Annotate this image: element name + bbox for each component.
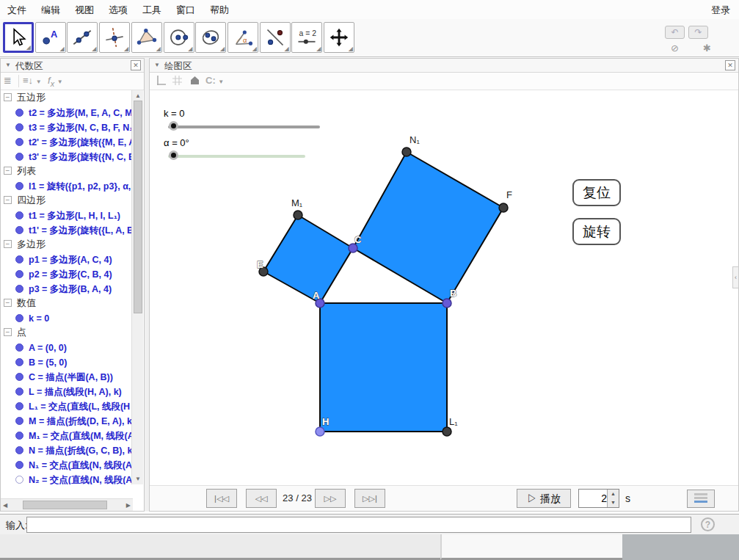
square-polygon-2[interactable] [320, 303, 447, 432]
visibility-dot[interactable] [15, 461, 23, 469]
algebra-vertical-scrollbar[interactable]: ▲ ▼ [131, 90, 143, 484]
move-tool-button[interactable]: ◢ [3, 22, 34, 53]
point-tool-button[interactable]: A◢ [35, 22, 66, 53]
stepper-down-icon[interactable]: ▼ [608, 498, 619, 507]
point-L1[interactable] [443, 427, 451, 436]
tool-caret-icon[interactable]: ◢ [284, 46, 288, 52]
sort-objects-icon[interactable]: ≡↓ ▼ [23, 75, 42, 86]
visibility-dot[interactable] [15, 358, 23, 366]
first-step-button[interactable]: |◁◁ [206, 489, 237, 508]
previous-step-button[interactable]: ◁◁ [246, 489, 277, 508]
algebra-item-row[interactable]: k = 0 [1, 310, 133, 325]
visibility-dot[interactable] [15, 123, 23, 131]
slider-k-knob[interactable] [169, 121, 178, 131]
algebra-item-row[interactable]: L = 描点(线段(H, A), k) [1, 384, 133, 399]
tool-caret-icon[interactable]: ◢ [220, 46, 225, 52]
algebra-item-row[interactable]: N = 描点(折线(G, C, B), k) [1, 443, 133, 457]
algebra-group-row[interactable]: −多边形 [1, 237, 133, 252]
sidebar-collapse-handle[interactable]: ‹ [732, 266, 739, 288]
collapse-minus-icon[interactable]: − [4, 299, 12, 307]
last-step-button[interactable]: ▷▷| [354, 489, 385, 508]
visibility-dot[interactable] [15, 373, 23, 381]
algebra-item-row[interactable]: M₁ = 交点(直线(M, 线段(A [1, 428, 133, 443]
login-link[interactable]: 登录 [711, 4, 730, 17]
angle-tool-button[interactable]: α◢ [227, 22, 258, 53]
construction-protocol-button[interactable] [687, 490, 715, 508]
menu-item-5[interactable]: 窗口 [169, 0, 203, 21]
graphics-close-icon[interactable]: ✕ [725, 60, 735, 70]
algebra-item-row[interactable]: p2 = 多边形(C, B, 4) [1, 266, 133, 281]
play-button[interactable]: ▷ 播放 [517, 489, 571, 508]
collapse-minus-icon[interactable]: − [4, 240, 12, 248]
algebra-item-row[interactable]: L₁ = 交点(直线(L, 线段(H [1, 399, 133, 413]
visibility-dot[interactable] [15, 153, 23, 161]
menu-item-0[interactable]: 文件 [0, 0, 34, 21]
tool-caret-icon[interactable]: ◢ [252, 46, 257, 52]
special-line-tool-button[interactable]: ◢ [99, 22, 130, 53]
visibility-dot[interactable] [15, 255, 23, 263]
redo-button[interactable]: ↷ [688, 26, 708, 39]
algebra-item-row[interactable]: t3 = 多边形(N, C, B, F, N₁) [1, 120, 133, 134]
algebra-item-row[interactable]: t2' = 多边形(旋转({M, E, A [1, 134, 133, 149]
visibility-dot[interactable] [15, 388, 23, 396]
tool-caret-icon[interactable]: ◢ [188, 46, 192, 52]
algebra-group-row[interactable]: −点 [1, 325, 133, 340]
visibility-dot[interactable] [15, 109, 23, 117]
aux-objects-icon[interactable]: fx ▼ [48, 75, 63, 88]
point-N1[interactable] [402, 148, 411, 156]
slider-tool-button[interactable]: a = 2◢ [291, 22, 322, 53]
slider-alpha-knob[interactable] [169, 150, 178, 160]
tool-caret-icon[interactable]: ◢ [156, 46, 161, 52]
algebra-item-row[interactable]: N₂ = 交点(直线(N, 线段(A [1, 472, 133, 484]
visibility-dot[interactable] [15, 446, 23, 454]
scrollbar-thumb[interactable] [134, 101, 142, 313]
algebra-item-row[interactable]: A = (0, 0) [1, 340, 133, 354]
point-H[interactable] [316, 427, 324, 436]
point-capturing-icon[interactable]: C: ▼ [205, 75, 224, 86]
visibility-dot[interactable] [15, 211, 23, 219]
reset-button[interactable]: 复位 [572, 179, 621, 206]
move-graphics-tool-button[interactable]: ◢ [324, 22, 354, 53]
point-F[interactable] [499, 203, 508, 212]
algebra-item-row[interactable]: B = (5, 0) [1, 354, 133, 369]
square-polygon-1[interactable] [353, 152, 503, 303]
rotate-button[interactable]: 旋转 [572, 218, 621, 245]
algebra-group-row[interactable]: −五边形 [1, 90, 133, 105]
speed-input[interactable] [579, 490, 607, 507]
algebra-item-row[interactable]: p3 = 多边形(B, A, 4) [1, 281, 133, 296]
show-grid-icon[interactable] [172, 75, 183, 88]
help-icon[interactable]: ⊘ [671, 43, 679, 54]
slider-alpha-track[interactable] [168, 155, 305, 158]
conic-tool-button[interactable]: ◢ [195, 22, 226, 53]
circle-tool-button[interactable]: ◢ [164, 22, 194, 53]
collapse-minus-icon[interactable]: − [4, 167, 12, 175]
visibility-dot[interactable] [15, 138, 23, 146]
algebra-item-row[interactable]: t1 = 多边形(L, H, I, L₁) [1, 208, 133, 222]
menu-item-6[interactable]: 帮助 [203, 0, 236, 21]
visibility-dot[interactable] [15, 432, 23, 440]
collapse-minus-icon[interactable]: − [4, 93, 12, 101]
visibility-dot[interactable] [15, 476, 23, 484]
slider-k-track[interactable] [168, 126, 320, 128]
tool-caret-icon[interactable]: ◢ [60, 46, 65, 52]
menu-item-1[interactable]: 编辑 [34, 0, 68, 21]
input-help-icon[interactable]: ? [701, 517, 715, 531]
algebra-group-row[interactable]: −四边形 [1, 193, 133, 208]
undo-button[interactable]: ↶ [665, 26, 685, 39]
algebra-item-row[interactable]: C = 描点(半圆(A, B)) [1, 369, 133, 384]
tool-caret-icon[interactable]: ◢ [349, 46, 353, 52]
stepper-up-icon[interactable]: ▲ [608, 490, 619, 498]
point-B[interactable] [443, 299, 451, 308]
next-step-button[interactable]: ▷▷ [315, 489, 346, 508]
algebra-group-row[interactable]: −列表 [1, 164, 133, 178]
algebra-item-row[interactable]: p1 = 多边形(A, C, 4) [1, 252, 133, 266]
visibility-dot[interactable] [15, 343, 23, 352]
algebra-horizontal-scrollbar[interactable]: ◀ ▶ [1, 498, 133, 511]
visibility-dot[interactable] [15, 402, 23, 410]
menu-item-2[interactable]: 视图 [68, 0, 101, 21]
algebra-item-row[interactable]: t2 = 多边形(M, E, A, C, M₁ [1, 105, 133, 120]
graphics-canvas[interactable]: ABCEHM₁N₁FL₁ k = 0α = 0°复位旋转 [150, 90, 738, 487]
panel-collapse-icon[interactable]: ▼ [5, 62, 11, 68]
panel-collapse-icon[interactable]: ▼ [154, 62, 160, 68]
description-style-icon[interactable]: ≣ [4, 75, 12, 86]
